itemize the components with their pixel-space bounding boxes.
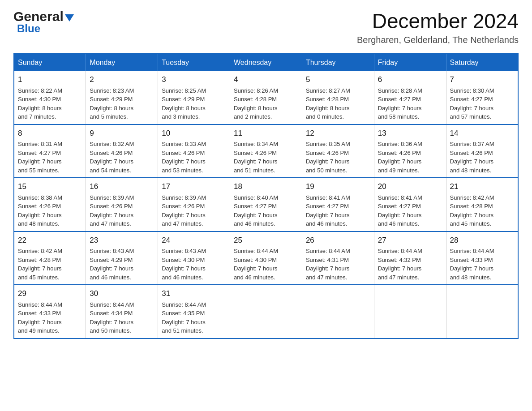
- calendar-cell: 25 Sunrise: 8:44 AM Sunset: 4:30 PM Dayl…: [230, 231, 302, 285]
- day-daylight: Daylight: 7 hours: [90, 319, 133, 325]
- day-number: 28: [450, 235, 514, 246]
- calendar-day-header: Saturday: [446, 54, 518, 71]
- day-sunrise: Sunrise: 8:41 AM: [306, 194, 350, 201]
- day-number: 14: [450, 128, 514, 139]
- day-daylight2: and 47 minutes.: [306, 274, 348, 281]
- day-daylight2: and 48 minutes.: [18, 220, 60, 227]
- calendar-cell: 26 Sunrise: 8:44 AM Sunset: 4:31 PM Dayl…: [302, 231, 374, 285]
- day-daylight2: and 51 minutes.: [234, 167, 275, 174]
- day-number: 20: [378, 181, 442, 193]
- day-daylight2: and 0 minutes.: [306, 113, 344, 120]
- day-sunrise: Sunrise: 8:32 AM: [90, 141, 134, 147]
- day-number: 27: [378, 235, 442, 246]
- title-area: December 2024 Bergharen, Gelderland, The…: [357, 9, 519, 45]
- day-daylight2: and 49 minutes.: [18, 327, 60, 334]
- day-daylight2: and 5 minutes.: [90, 113, 128, 120]
- day-daylight: Daylight: 7 hours: [450, 212, 494, 218]
- day-sunset: Sunset: 4:26 PM: [378, 150, 421, 156]
- calendar-cell: 13 Sunrise: 8:36 AM Sunset: 4:26 PM Dayl…: [374, 124, 446, 178]
- calendar-cell: 20 Sunrise: 8:41 AM Sunset: 4:27 PM Dayl…: [374, 178, 446, 231]
- calendar-week-row: 29 Sunrise: 8:44 AM Sunset: 4:33 PM Dayl…: [14, 285, 518, 338]
- day-daylight: Daylight: 7 hours: [450, 105, 494, 111]
- day-sunrise: Sunrise: 8:37 AM: [450, 141, 494, 147]
- day-daylight: Daylight: 7 hours: [90, 158, 133, 165]
- day-daylight2: and 49 minutes.: [378, 167, 420, 174]
- day-daylight: Daylight: 7 hours: [18, 265, 62, 272]
- day-number: 22: [18, 235, 82, 246]
- day-daylight: Daylight: 8 hours: [234, 105, 278, 111]
- day-sunset: Sunset: 4:29 PM: [162, 96, 205, 103]
- calendar-day-header: Thursday: [302, 54, 374, 71]
- day-sunset: Sunset: 4:30 PM: [18, 96, 61, 103]
- day-daylight2: and 7 minutes.: [18, 113, 56, 120]
- calendar-cell: 7 Sunrise: 8:30 AM Sunset: 4:27 PM Dayli…: [446, 71, 518, 124]
- day-daylight: Daylight: 7 hours: [306, 265, 350, 272]
- day-number: 10: [162, 128, 226, 139]
- day-sunrise: Sunrise: 8:38 AM: [18, 194, 62, 201]
- calendar-cell: 23 Sunrise: 8:43 AM Sunset: 4:29 PM Dayl…: [86, 231, 158, 285]
- calendar-cell: 10 Sunrise: 8:33 AM Sunset: 4:26 PM Dayl…: [158, 124, 230, 178]
- day-number: 29: [18, 288, 82, 300]
- day-sunset: Sunset: 4:27 PM: [306, 203, 349, 210]
- day-daylight: Daylight: 7 hours: [162, 265, 206, 272]
- day-sunrise: Sunrise: 8:22 AM: [18, 87, 62, 94]
- calendar-day-header: Wednesday: [230, 54, 302, 71]
- day-daylight2: and 46 minutes.: [378, 220, 420, 227]
- calendar-cell: 11 Sunrise: 8:34 AM Sunset: 4:26 PM Dayl…: [230, 124, 302, 178]
- day-number: 26: [306, 235, 370, 246]
- day-daylight2: and 48 minutes.: [450, 167, 492, 174]
- day-sunset: Sunset: 4:28 PM: [234, 96, 277, 103]
- day-sunset: Sunset: 4:35 PM: [162, 310, 205, 317]
- day-daylight2: and 54 minutes.: [90, 167, 131, 174]
- day-daylight: Daylight: 7 hours: [306, 212, 350, 218]
- day-sunset: Sunset: 4:33 PM: [18, 310, 61, 317]
- calendar-cell: 31 Sunrise: 8:44 AM Sunset: 4:35 PM Dayl…: [158, 285, 230, 338]
- day-sunrise: Sunrise: 8:40 AM: [234, 194, 278, 201]
- day-daylight2: and 46 minutes.: [234, 274, 275, 281]
- day-number: 23: [90, 235, 154, 246]
- day-sunrise: Sunrise: 8:43 AM: [90, 248, 134, 254]
- day-daylight2: and 46 minutes.: [90, 274, 131, 281]
- calendar-week-row: 1 Sunrise: 8:22 AM Sunset: 4:30 PM Dayli…: [14, 71, 518, 124]
- day-daylight: Daylight: 7 hours: [378, 105, 422, 111]
- calendar-cell: 9 Sunrise: 8:32 AM Sunset: 4:26 PM Dayli…: [86, 124, 158, 178]
- day-sunrise: Sunrise: 8:44 AM: [450, 248, 494, 254]
- day-daylight2: and 46 minutes.: [162, 274, 203, 281]
- calendar-cell: 6 Sunrise: 8:28 AM Sunset: 4:27 PM Dayli…: [374, 71, 446, 124]
- calendar-cell: 5 Sunrise: 8:27 AM Sunset: 4:28 PM Dayli…: [302, 71, 374, 124]
- day-daylight2: and 45 minutes.: [18, 274, 60, 281]
- calendar-cell: 29 Sunrise: 8:44 AM Sunset: 4:33 PM Dayl…: [14, 285, 86, 338]
- day-daylight2: and 50 minutes.: [306, 167, 348, 174]
- day-daylight2: and 48 minutes.: [450, 274, 492, 281]
- page-header: General Blue December 2024 Bergharen, Ge…: [13, 9, 519, 45]
- day-sunset: Sunset: 4:34 PM: [90, 310, 133, 317]
- calendar-cell: [302, 285, 374, 338]
- day-daylight2: and 53 minutes.: [162, 167, 203, 174]
- day-number: 1: [18, 74, 82, 86]
- calendar-cell: 19 Sunrise: 8:41 AM Sunset: 4:27 PM Dayl…: [302, 178, 374, 231]
- day-sunrise: Sunrise: 8:44 AM: [90, 301, 134, 308]
- day-daylight: Daylight: 7 hours: [162, 319, 206, 325]
- day-sunset: Sunset: 4:32 PM: [378, 257, 421, 263]
- day-daylight: Daylight: 7 hours: [162, 158, 206, 165]
- day-number: 15: [18, 181, 82, 193]
- day-number: 13: [378, 128, 442, 139]
- day-sunrise: Sunrise: 8:25 AM: [162, 87, 206, 94]
- day-number: 12: [306, 128, 370, 139]
- calendar-week-row: 22 Sunrise: 8:42 AM Sunset: 4:28 PM Dayl…: [14, 231, 518, 285]
- calendar-cell: 30 Sunrise: 8:44 AM Sunset: 4:34 PM Dayl…: [86, 285, 158, 338]
- day-number: 30: [90, 288, 154, 300]
- day-sunset: Sunset: 4:27 PM: [378, 203, 421, 210]
- day-number: 3: [162, 74, 226, 86]
- calendar-cell: 8 Sunrise: 8:31 AM Sunset: 4:27 PM Dayli…: [14, 124, 86, 178]
- day-number: 21: [450, 181, 514, 193]
- day-daylight: Daylight: 7 hours: [18, 158, 62, 165]
- day-sunrise: Sunrise: 8:36 AM: [378, 141, 422, 147]
- day-daylight: Daylight: 7 hours: [378, 158, 422, 165]
- day-number: 7: [450, 74, 514, 86]
- day-number: 2: [90, 74, 154, 86]
- day-daylight2: and 57 minutes.: [450, 113, 492, 120]
- day-sunset: Sunset: 4:28 PM: [306, 96, 349, 103]
- day-daylight: Daylight: 7 hours: [234, 265, 278, 272]
- calendar-week-row: 8 Sunrise: 8:31 AM Sunset: 4:27 PM Dayli…: [14, 124, 518, 178]
